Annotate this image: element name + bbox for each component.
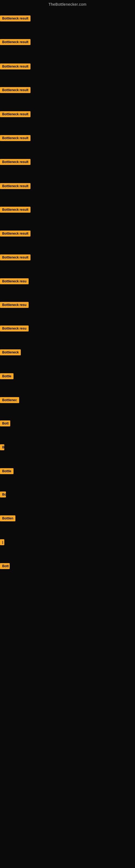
bottleneck-result-badge[interactable]: Bottleneck result bbox=[0, 159, 31, 165]
bottleneck-result-badge[interactable]: B bbox=[0, 444, 4, 450]
bottleneck-badge-container: Bottleneck resu bbox=[0, 302, 29, 309]
bottleneck-badge-container: Bottleneck result bbox=[0, 135, 31, 142]
bottleneck-badge-container: Bott bbox=[0, 421, 10, 428]
site-title: TheBottlenecker.com bbox=[0, 0, 135, 9]
bottleneck-badge-container: Bottleneck result bbox=[0, 111, 31, 118]
bottleneck-badge-container: Bottleneck resu bbox=[0, 278, 29, 285]
bottleneck-badge-container: Bottleneck result bbox=[0, 87, 31, 94]
bottleneck-badge-container: Bottleneck resu bbox=[0, 326, 29, 333]
bottleneck-badge-container: Bottlen bbox=[0, 516, 15, 522]
bottleneck-badge-container: Bottleneck bbox=[0, 349, 21, 356]
bottleneck-badge-container: Bottleneck result bbox=[0, 254, 31, 261]
bottleneck-result-badge[interactable]: Bottleneck resu bbox=[0, 302, 29, 308]
bottleneck-badge-container: Bottleneck result bbox=[0, 183, 31, 190]
bottleneck-badge-container: Bottle bbox=[0, 468, 13, 475]
bottleneck-result-badge[interactable]: Bottleneck bbox=[0, 349, 21, 355]
bottleneck-badge-container: Bo bbox=[0, 492, 6, 499]
bottleneck-result-badge[interactable]: Bottleneck result bbox=[0, 87, 31, 93]
bottleneck-result-badge[interactable]: Bottleneck result bbox=[0, 207, 31, 213]
bottleneck-result-badge[interactable]: Bottleneck result bbox=[0, 39, 31, 45]
bottleneck-result-badge[interactable]: Bottlenec bbox=[0, 397, 19, 403]
bottleneck-result-badge[interactable]: Bo bbox=[0, 492, 6, 497]
bottleneck-badge-container: Bottle bbox=[0, 373, 13, 380]
bottleneck-badge-container: Bottleneck result bbox=[0, 230, 31, 238]
bottleneck-badge-container: Bottleneck result bbox=[0, 39, 31, 46]
bottleneck-result-badge[interactable]: Bottle bbox=[0, 373, 13, 379]
bottleneck-badge-container: Bott bbox=[0, 563, 10, 570]
bottleneck-badge-container: B bbox=[0, 444, 4, 452]
bottleneck-result-badge[interactable]: Bottleneck result bbox=[0, 63, 31, 69]
bottleneck-result-badge[interactable]: | bbox=[0, 539, 4, 545]
bottleneck-result-badge[interactable]: Bottlen bbox=[0, 516, 15, 521]
bottleneck-result-badge[interactable]: Bottleneck result bbox=[0, 135, 31, 141]
bottleneck-result-badge[interactable]: Bottleneck result bbox=[0, 254, 31, 260]
bottleneck-result-badge[interactable]: Bott bbox=[0, 563, 10, 569]
bottleneck-badge-container: Bottleneck result bbox=[0, 16, 31, 23]
bottleneck-badge-container: Bottleneck result bbox=[0, 63, 31, 70]
bottleneck-result-badge[interactable]: Bottleneck resu bbox=[0, 326, 29, 332]
bottleneck-result-badge[interactable]: Bottleneck result bbox=[0, 111, 31, 117]
bottleneck-badge-container: Bottlenec bbox=[0, 397, 19, 404]
bottleneck-result-badge[interactable]: Bottle bbox=[0, 468, 13, 474]
bottleneck-result-badge[interactable]: Bott bbox=[0, 421, 10, 426]
bottleneck-result-badge[interactable]: Bottleneck result bbox=[0, 183, 31, 189]
bottleneck-result-badge[interactable]: Bottleneck result bbox=[0, 16, 31, 22]
bottleneck-result-badge[interactable]: Bottleneck result bbox=[0, 230, 31, 237]
bottleneck-badge-container: | bbox=[0, 539, 4, 546]
bottleneck-badge-container: Bottleneck result bbox=[0, 159, 31, 166]
bottleneck-badge-container: Bottleneck result bbox=[0, 207, 31, 214]
bottleneck-result-badge[interactable]: Bottleneck resu bbox=[0, 278, 29, 284]
